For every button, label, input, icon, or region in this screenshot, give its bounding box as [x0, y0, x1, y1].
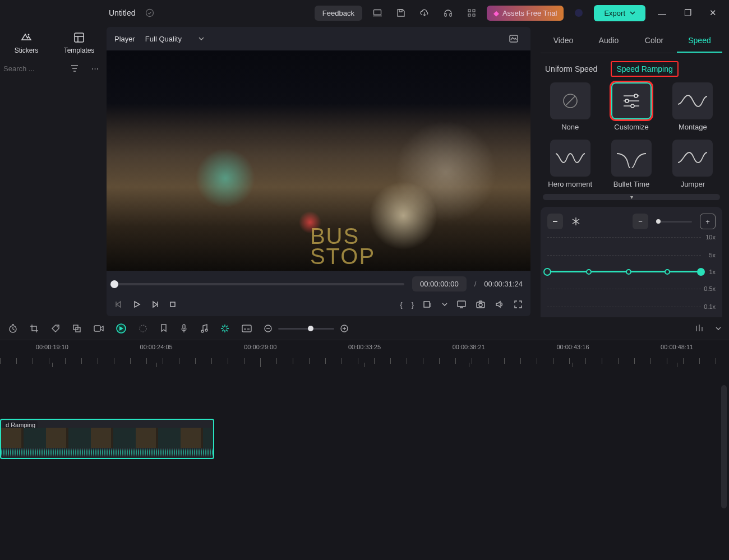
play-button[interactable]	[132, 300, 141, 309]
chevron-down-icon[interactable]	[716, 326, 721, 331]
feedback-button[interactable]: Feedback	[315, 6, 362, 21]
player-label: Player	[114, 35, 135, 43]
svg-rect-13	[170, 302, 175, 307]
music-icon[interactable]	[200, 323, 209, 334]
zoom-out-button[interactable]: −	[633, 214, 648, 229]
svg-rect-6	[473, 10, 475, 12]
window-minimize-icon[interactable]: —	[652, 8, 672, 18]
preview-canvas[interactable]: BUS STOP	[107, 50, 530, 271]
filmora-logo-icon[interactable]	[116, 323, 127, 334]
more-icon[interactable]: ⋯	[88, 64, 102, 73]
mark-out-button[interactable]: }	[412, 300, 414, 309]
headphones-icon[interactable]	[440, 8, 456, 18]
delete-keyframe-button[interactable]	[547, 214, 563, 229]
snapshot-button[interactable]	[476, 299, 486, 309]
ramp-graph[interactable]: 10x 5x 0.5x 0.1x 1x	[547, 233, 716, 317]
tab-color[interactable]: Color	[631, 29, 677, 53]
tab-stickers[interactable]: Stickers	[0, 26, 53, 59]
quality-dropdown[interactable]: Full Quality	[145, 35, 204, 43]
none-icon	[560, 91, 580, 111]
presets-expand-button[interactable]: ▾	[543, 194, 720, 200]
mixer-icon[interactable]	[694, 323, 704, 334]
svg-rect-3	[445, 13, 446, 16]
prev-frame-button[interactable]	[114, 300, 123, 309]
tab-audio[interactable]: Audio	[586, 29, 631, 53]
timeline-clip[interactable]: d Ramping	[0, 419, 214, 459]
copy-icon[interactable]	[72, 323, 82, 334]
svg-point-19	[634, 94, 638, 98]
preset-none[interactable]: None	[543, 82, 597, 132]
external-monitor-button[interactable]	[456, 299, 467, 309]
record-icon[interactable]	[93, 323, 104, 334]
timeline-toolbar	[0, 317, 729, 340]
render-icon[interactable]	[138, 323, 148, 334]
volume-button[interactable]	[495, 299, 505, 309]
svg-rect-1	[373, 10, 381, 15]
chevron-down-icon[interactable]	[442, 302, 447, 307]
zoom-in-button[interactable]: +	[700, 214, 716, 229]
timeline-tracks[interactable]: d Ramping	[0, 363, 729, 542]
stop-button[interactable]	[168, 300, 177, 309]
svg-point-30	[140, 325, 146, 332]
filter-icon[interactable]	[67, 64, 82, 73]
jumper-icon	[677, 148, 708, 168]
search-input[interactable]	[3, 64, 61, 73]
subtab-speed-ramping[interactable]: Speed Ramping	[611, 61, 678, 77]
theme-icon[interactable]	[570, 8, 587, 18]
svg-point-33	[205, 329, 207, 331]
progress-slider[interactable]	[114, 283, 404, 285]
zoom-in-icon[interactable]	[340, 324, 349, 333]
freeze-icon[interactable]	[571, 216, 581, 226]
svg-point-21	[631, 104, 634, 108]
laptop-icon[interactable]	[369, 8, 386, 18]
scopes-icon[interactable]	[505, 33, 523, 44]
chevron-down-icon	[630, 10, 635, 16]
svg-rect-31	[183, 325, 185, 329]
timeline-ruler[interactable]: 00:00:19:10 00:00:24:05 00:00:29:00 00:0…	[0, 340, 729, 363]
preset-bullet-time[interactable]: Bullet Time	[604, 140, 658, 189]
preset-customize[interactable]: Customize	[604, 82, 658, 132]
stickers-icon	[20, 31, 33, 44]
preset-hero-moment[interactable]: Hero moment	[543, 140, 597, 189]
apps-grid-icon[interactable]	[463, 8, 480, 18]
subtab-uniform-speed[interactable]: Uniform Speed	[545, 64, 597, 73]
marker-icon[interactable]	[159, 323, 168, 334]
cloud-download-icon[interactable]	[416, 8, 433, 18]
total-time: 00:00:31:24	[484, 280, 523, 288]
auto-cut-icon[interactable]	[220, 323, 230, 334]
chevron-down-icon	[199, 36, 204, 41]
svg-point-10	[28, 34, 30, 36]
mic-icon[interactable]	[179, 323, 188, 334]
preset-montage[interactable]: Montage	[666, 82, 720, 132]
timer-icon[interactable]	[8, 323, 18, 334]
tab-speed[interactable]: Speed	[677, 29, 722, 53]
svg-point-17	[479, 303, 482, 307]
preset-jumper[interactable]: Jumper	[666, 140, 720, 189]
svg-rect-7	[468, 14, 470, 16]
save-icon[interactable]	[393, 8, 409, 18]
crop-icon[interactable]	[29, 323, 39, 334]
timeline-vertical-scrollbar[interactable]	[721, 385, 727, 508]
subtitle-icon[interactable]	[241, 324, 252, 333]
templates-icon	[72, 31, 86, 44]
timeline-zoom-slider[interactable]	[278, 328, 334, 330]
svg-rect-11	[75, 33, 84, 42]
sliders-icon	[620, 91, 643, 110]
zoom-out-icon[interactable]	[264, 324, 273, 333]
fullscreen-button[interactable]	[514, 300, 523, 309]
window-maximize-icon[interactable]: ❐	[679, 8, 697, 18]
svg-rect-2	[399, 10, 402, 12]
tab-video[interactable]: Video	[541, 29, 586, 53]
svg-rect-14	[424, 302, 430, 307]
preview-road-text: BUS STOP	[310, 226, 375, 266]
assets-free-trial-button[interactable]: ◆ Assets Free Trial	[487, 6, 564, 21]
tag-icon[interactable]	[50, 323, 61, 334]
aspect-button[interactable]	[423, 300, 433, 309]
tab-templates[interactable]: Templates	[53, 26, 105, 59]
mark-in-button[interactable]: {	[400, 300, 402, 309]
export-button[interactable]: Export	[594, 5, 645, 21]
next-frame-button[interactable]	[150, 300, 159, 309]
window-close-icon[interactable]: ✕	[704, 8, 722, 18]
svg-rect-28	[94, 326, 100, 331]
zoom-slider[interactable]	[656, 221, 692, 223]
